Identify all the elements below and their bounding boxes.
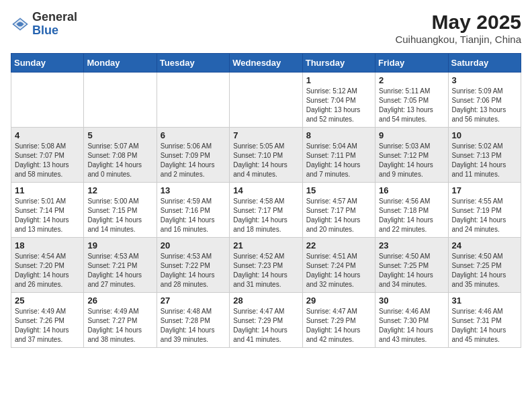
col-header-friday: Friday xyxy=(375,54,448,73)
calendar-cell: 19Sunrise: 4:53 AMSunset: 7:21 PMDayligh… xyxy=(84,238,157,293)
calendar-cell: 17Sunrise: 4:55 AMSunset: 7:19 PMDayligh… xyxy=(448,183,521,238)
title-area: May 2025 Cuihuangkou, Tianjin, China xyxy=(395,11,521,45)
calendar-cell: 14Sunrise: 4:58 AMSunset: 7:17 PMDayligh… xyxy=(230,183,302,238)
calendar-cell: 3Sunrise: 5:09 AMSunset: 7:06 PMDaylight… xyxy=(448,73,521,128)
day-info: Sunrise: 4:59 AMSunset: 7:16 PMDaylight:… xyxy=(161,197,226,234)
calendar-cell: 26Sunrise: 4:49 AMSunset: 7:27 PMDayligh… xyxy=(84,293,157,348)
calendar-cell: 8Sunrise: 5:04 AMSunset: 7:11 PMDaylight… xyxy=(302,128,375,183)
day-number: 18 xyxy=(15,240,80,250)
day-number: 7 xyxy=(233,130,298,140)
calendar-cell: 20Sunrise: 4:53 AMSunset: 7:22 PMDayligh… xyxy=(157,238,229,293)
day-info: Sunrise: 4:46 AMSunset: 7:30 PMDaylight:… xyxy=(379,307,444,345)
day-info: Sunrise: 4:47 AMSunset: 7:29 PMDaylight:… xyxy=(233,307,298,345)
day-info: Sunrise: 4:56 AMSunset: 7:18 PMDaylight:… xyxy=(379,197,444,234)
calendar-cell: 9Sunrise: 5:03 AMSunset: 7:12 PMDaylight… xyxy=(375,128,448,183)
calendar-row: 1Sunrise: 5:12 AMSunset: 7:04 PMDaylight… xyxy=(11,73,521,128)
day-number: 5 xyxy=(87,130,152,140)
day-info: Sunrise: 5:08 AMSunset: 7:07 PMDaylight:… xyxy=(15,142,80,179)
day-number: 17 xyxy=(452,185,517,195)
calendar-cell: 5Sunrise: 5:07 AMSunset: 7:08 PMDaylight… xyxy=(84,128,157,183)
calendar-cell: 22Sunrise: 4:51 AMSunset: 7:24 PMDayligh… xyxy=(302,238,375,293)
day-number: 28 xyxy=(233,295,298,306)
day-number: 13 xyxy=(161,185,226,195)
calendar-cell: 23Sunrise: 4:50 AMSunset: 7:25 PMDayligh… xyxy=(375,238,448,293)
col-header-wednesday: Wednesday xyxy=(230,54,302,73)
day-info: Sunrise: 5:04 AMSunset: 7:11 PMDaylight:… xyxy=(306,142,371,179)
calendar-cell: 11Sunrise: 5:01 AMSunset: 7:14 PMDayligh… xyxy=(11,183,84,238)
day-number: 8 xyxy=(306,130,371,140)
day-info: Sunrise: 4:52 AMSunset: 7:23 PMDaylight:… xyxy=(233,252,298,289)
day-info: Sunrise: 4:49 AMSunset: 7:27 PMDaylight:… xyxy=(87,307,152,345)
col-header-sunday: Sunday xyxy=(11,54,84,73)
day-number: 31 xyxy=(452,295,517,306)
logo-text: General Blue xyxy=(32,11,77,38)
day-info: Sunrise: 4:50 AMSunset: 7:25 PMDaylight:… xyxy=(379,252,444,289)
day-number: 26 xyxy=(87,295,152,306)
logo-icon xyxy=(11,15,30,34)
day-info: Sunrise: 5:09 AMSunset: 7:06 PMDaylight:… xyxy=(452,87,517,124)
logo: General Blue xyxy=(11,11,77,38)
day-info: Sunrise: 4:49 AMSunset: 7:26 PMDaylight:… xyxy=(15,307,80,345)
day-number: 20 xyxy=(161,240,226,250)
calendar-table: SundayMondayTuesdayWednesdayThursdayFrid… xyxy=(11,53,521,348)
day-info: Sunrise: 4:50 AMSunset: 7:25 PMDaylight:… xyxy=(452,252,517,289)
calendar-cell: 21Sunrise: 4:52 AMSunset: 7:23 PMDayligh… xyxy=(230,238,302,293)
location: Cuihuangkou, Tianjin, China xyxy=(395,34,521,45)
day-info: Sunrise: 5:02 AMSunset: 7:13 PMDaylight:… xyxy=(452,142,517,179)
col-header-monday: Monday xyxy=(84,54,157,73)
day-number: 4 xyxy=(15,130,80,140)
calendar-cell: 16Sunrise: 4:56 AMSunset: 7:18 PMDayligh… xyxy=(375,183,448,238)
calendar-cell xyxy=(230,73,302,128)
calendar-cell: 2Sunrise: 5:11 AMSunset: 7:05 PMDaylight… xyxy=(375,73,448,128)
day-info: Sunrise: 5:11 AMSunset: 7:05 PMDaylight:… xyxy=(379,87,444,124)
day-info: Sunrise: 5:00 AMSunset: 7:15 PMDaylight:… xyxy=(87,197,152,234)
day-info: Sunrise: 5:06 AMSunset: 7:09 PMDaylight:… xyxy=(161,142,226,179)
col-header-saturday: Saturday xyxy=(448,54,521,73)
day-number: 2 xyxy=(379,75,444,85)
day-number: 19 xyxy=(87,240,152,250)
calendar-row: 18Sunrise: 4:54 AMSunset: 7:20 PMDayligh… xyxy=(11,238,521,293)
calendar-header-row: SundayMondayTuesdayWednesdayThursdayFrid… xyxy=(11,54,521,73)
day-number: 16 xyxy=(379,185,444,195)
day-number: 21 xyxy=(233,240,298,250)
col-header-tuesday: Tuesday xyxy=(157,54,229,73)
day-info: Sunrise: 4:53 AMSunset: 7:22 PMDaylight:… xyxy=(161,252,226,289)
day-info: Sunrise: 5:12 AMSunset: 7:04 PMDaylight:… xyxy=(306,87,371,124)
calendar-cell: 30Sunrise: 4:46 AMSunset: 7:30 PMDayligh… xyxy=(375,293,448,348)
calendar-row: 25Sunrise: 4:49 AMSunset: 7:26 PMDayligh… xyxy=(11,293,521,348)
calendar-cell: 27Sunrise: 4:48 AMSunset: 7:28 PMDayligh… xyxy=(157,293,229,348)
calendar-cell: 6Sunrise: 5:06 AMSunset: 7:09 PMDaylight… xyxy=(157,128,229,183)
calendar-cell: 7Sunrise: 5:05 AMSunset: 7:10 PMDaylight… xyxy=(230,128,302,183)
day-info: Sunrise: 5:03 AMSunset: 7:12 PMDaylight:… xyxy=(379,142,444,179)
day-number: 9 xyxy=(379,130,444,140)
calendar-cell: 29Sunrise: 4:47 AMSunset: 7:29 PMDayligh… xyxy=(302,293,375,348)
calendar-cell: 13Sunrise: 4:59 AMSunset: 7:16 PMDayligh… xyxy=(157,183,229,238)
day-number: 24 xyxy=(452,240,517,250)
calendar-cell xyxy=(11,73,84,128)
col-header-thursday: Thursday xyxy=(302,54,375,73)
calendar-cell: 10Sunrise: 5:02 AMSunset: 7:13 PMDayligh… xyxy=(448,128,521,183)
calendar-cell: 4Sunrise: 5:08 AMSunset: 7:07 PMDaylight… xyxy=(11,128,84,183)
day-info: Sunrise: 5:07 AMSunset: 7:08 PMDaylight:… xyxy=(87,142,152,179)
day-number: 23 xyxy=(379,240,444,250)
calendar-cell: 28Sunrise: 4:47 AMSunset: 7:29 PMDayligh… xyxy=(230,293,302,348)
header: General Blue May 2025 Cuihuangkou, Tianj… xyxy=(11,11,521,45)
calendar-cell: 12Sunrise: 5:00 AMSunset: 7:15 PMDayligh… xyxy=(84,183,157,238)
calendar-row: 4Sunrise: 5:08 AMSunset: 7:07 PMDaylight… xyxy=(11,128,521,183)
day-info: Sunrise: 5:01 AMSunset: 7:14 PMDaylight:… xyxy=(15,197,80,234)
day-number: 22 xyxy=(306,240,371,250)
day-number: 6 xyxy=(161,130,226,140)
calendar-cell: 31Sunrise: 4:46 AMSunset: 7:31 PMDayligh… xyxy=(448,293,521,348)
calendar-row: 11Sunrise: 5:01 AMSunset: 7:14 PMDayligh… xyxy=(11,183,521,238)
calendar-cell: 1Sunrise: 5:12 AMSunset: 7:04 PMDaylight… xyxy=(302,73,375,128)
calendar-cell xyxy=(157,73,229,128)
day-number: 12 xyxy=(87,185,152,195)
day-number: 1 xyxy=(306,75,371,85)
day-info: Sunrise: 4:55 AMSunset: 7:19 PMDaylight:… xyxy=(452,197,517,234)
day-number: 25 xyxy=(15,295,80,306)
day-info: Sunrise: 4:51 AMSunset: 7:24 PMDaylight:… xyxy=(306,252,371,289)
day-number: 11 xyxy=(15,185,80,195)
day-info: Sunrise: 4:58 AMSunset: 7:17 PMDaylight:… xyxy=(233,197,298,234)
day-info: Sunrise: 4:47 AMSunset: 7:29 PMDaylight:… xyxy=(306,307,371,345)
calendar-cell: 24Sunrise: 4:50 AMSunset: 7:25 PMDayligh… xyxy=(448,238,521,293)
